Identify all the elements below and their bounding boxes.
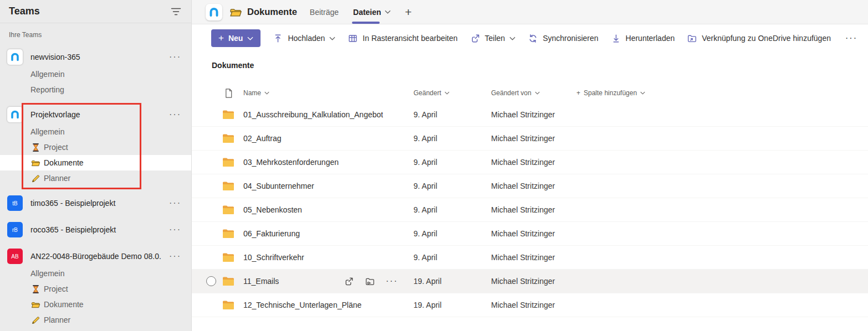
download-button[interactable]: Herunterladen	[611, 33, 675, 44]
team-name: roco365 - Beispielprojekt	[30, 225, 161, 234]
tab-beitraege[interactable]: Beiträge	[310, 0, 339, 24]
team-options-icon[interactable]: ···	[169, 227, 181, 232]
file-name: 12_Technische_Unterlagen_Pläne	[243, 301, 361, 309]
table-row[interactable]: 06_Fakturierung 9. April Michael Stritzi…	[192, 222, 868, 246]
row-more-options-icon[interactable]: ···	[386, 278, 398, 284]
team-options-icon[interactable]: ···	[169, 54, 181, 60]
folder-icon	[30, 301, 40, 309]
column-header-modified-by[interactable]: Geändert von	[482, 89, 576, 97]
hourglass-icon	[30, 143, 40, 152]
modified-date: 19. April	[405, 277, 482, 286]
team-options-icon[interactable]: ···	[169, 200, 181, 206]
folder-link-icon	[687, 33, 697, 44]
share-button[interactable]: Teilen	[470, 33, 516, 44]
folder-icon	[218, 133, 238, 144]
add-onedrive-shortcut-button[interactable]: Verknüpfung zu OneDrive hinzufügen	[687, 33, 831, 44]
sync-button[interactable]: Synchronisieren	[528, 33, 598, 44]
row-hover-actions: ···	[344, 276, 405, 287]
team-logo-n-icon	[7, 49, 23, 65]
share-icon[interactable]	[344, 276, 354, 287]
modified-by: Michael Stritzinger	[482, 110, 576, 119]
folder-icon	[218, 109, 238, 120]
modified-date: 9. April	[405, 158, 482, 167]
table-row[interactable]: 03_Mehrkostenforderungen 9. April Michae…	[192, 151, 868, 174]
modified-date: 9. April	[405, 253, 482, 262]
sidebar-channel-dokumente[interactable]: Dokumente	[0, 155, 191, 170]
modified-by: Michael Stritzinger	[482, 253, 576, 262]
team-name: newvision-365	[30, 53, 161, 61]
modified-by: Michael Stritzinger	[482, 205, 576, 214]
share-icon	[470, 33, 481, 44]
chevron-down-icon	[247, 37, 253, 40]
chevron-down-icon	[509, 37, 515, 40]
team-logo-n-icon	[7, 107, 23, 122]
chevron-down-icon	[535, 91, 540, 95]
modified-by: Michael Stritzinger	[482, 277, 576, 286]
file-name: 04_Subunternehmer	[243, 182, 314, 190]
table-row[interactable]: 12_Technische_Unterlagen_Pläne 19. April…	[192, 293, 868, 317]
sidebar-channel-reporting[interactable]: Reporting	[0, 82, 191, 97]
column-header-modified[interactable]: Geändert	[405, 89, 482, 97]
sidebar-channel-allgemein[interactable]: Allgemein	[0, 66, 191, 82]
sidebar-channel-allgemein[interactable]: Allgemein	[0, 124, 191, 139]
chevron-down-icon	[264, 91, 269, 95]
pencil-icon	[30, 316, 40, 324]
sidebar-team-newvision-365[interactable]: newvision-365 ···	[0, 48, 191, 66]
folder-icon	[218, 180, 238, 192]
sidebar-team-projektvorlage[interactable]: Projektvorlage ···	[0, 105, 191, 124]
row-select-checkbox[interactable]	[206, 276, 216, 286]
folder-icon	[218, 157, 238, 168]
sidebar-channel-project[interactable]: Project	[0, 281, 191, 297]
folder-link-icon[interactable]	[365, 276, 375, 287]
hourglass-icon	[30, 285, 40, 293]
sidebar-channel-planner[interactable]: Planner	[0, 170, 191, 186]
table-row[interactable]: 01_Ausschreibung_Kalkulation_Angebot 9. …	[192, 103, 868, 127]
file-name: 11_Emails	[243, 277, 279, 286]
chevron-down-icon	[445, 91, 450, 95]
modified-by: Michael Stritzinger	[482, 229, 576, 238]
table-row[interactable]: 02_Auftrag 9. April Michael Stritzinger	[192, 127, 868, 151]
sidebar-channel-project[interactable]: Project	[0, 139, 191, 155]
team-avatar: tB	[7, 195, 23, 211]
modified-date: 9. April	[405, 229, 482, 238]
command-toolbar: + Neu Hochladen In Rasteransicht bearbei…	[211, 29, 855, 47]
column-header-name[interactable]: Name	[238, 89, 405, 97]
add-tab-button[interactable]: +	[405, 6, 412, 19]
modified-by: Michael Stritzinger	[482, 158, 576, 167]
sidebar-team-an22[interactable]: AB AN22-0048-Bürogebäude Demo 08.0... ··…	[0, 247, 191, 266]
sidebar-channel-dokumente[interactable]: Dokumente	[0, 297, 191, 312]
channel-tab-bar: Dokumente Beiträge Dateien +	[192, 0, 868, 24]
app-logo-n-icon	[206, 4, 222, 20]
library-title: Dokumente	[212, 60, 868, 71]
table-row[interactable]: 11_Emails ··· 19. April Michael S	[192, 270, 868, 293]
team-options-icon[interactable]: ···	[169, 112, 181, 117]
tabs: Beiträge Dateien	[310, 0, 391, 24]
table-row[interactable]: 04_Subunternehmer 9. April Michael Strit…	[192, 174, 868, 198]
sidebar-channel-planner[interactable]: Planner	[0, 312, 191, 328]
table-row[interactable]: 05_Nebenkosten 9. April Michael Stritzin…	[192, 198, 868, 222]
team-name: timo365 - Beispielprojekt	[30, 199, 161, 208]
your-teams-label: Ihre Teams	[9, 31, 182, 41]
tab-dateien[interactable]: Dateien	[353, 0, 391, 24]
add-column-button[interactable]: + Spalte hinzufügen	[576, 89, 868, 97]
sidebar-team-roco365[interactable]: rB roco365 - Beispielprojekt ···	[0, 220, 191, 239]
table-row[interactable]: 10_Schriftverkehr 9. April Michael Strit…	[192, 246, 868, 270]
sidebar-channel-allgemein[interactable]: Allgemein	[0, 266, 191, 281]
sidebar-team-timo365[interactable]: tB timo365 - Beispielprojekt ···	[0, 194, 191, 213]
pencil-icon	[30, 174, 40, 183]
new-button[interactable]: + Neu	[211, 29, 261, 47]
chevron-down-icon	[329, 37, 335, 40]
file-name: 06_Fakturierung	[243, 229, 300, 238]
main-content: Dokumente Beiträge Dateien + + Neu Hochl…	[192, 0, 868, 331]
grid-view-button[interactable]: In Rasteransicht bearbeiten	[348, 33, 457, 44]
team-avatar: AB	[7, 249, 23, 264]
modified-by: Michael Stritzinger	[482, 301, 576, 309]
modified-date: 9. April	[405, 134, 482, 143]
toolbar-overflow-icon[interactable]: ···	[845, 35, 857, 41]
sync-icon	[528, 33, 538, 44]
download-icon	[611, 33, 621, 44]
team-options-icon[interactable]: ···	[169, 254, 181, 259]
filter-icon[interactable]	[171, 7, 181, 16]
folder-icon	[218, 228, 238, 239]
upload-button[interactable]: Hochladen	[273, 33, 335, 44]
